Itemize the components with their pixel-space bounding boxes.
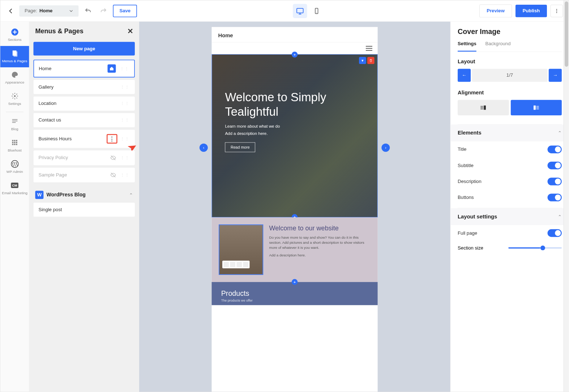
blog-icon — [11, 118, 18, 125]
svg-rect-15 — [16, 140, 17, 141]
viewport-switcher — [293, 4, 324, 18]
elements-section-header[interactable]: Elements ⌃ — [450, 124, 569, 141]
drag-handle-icon[interactable]: ⋮⋮ — [120, 136, 130, 141]
drag-handle-icon[interactable]: ⋮⋮ — [120, 172, 130, 177]
sidebar-item-email-marketing[interactable]: CM Email Marketing — [0, 178, 29, 199]
layout-next-button[interactable]: → — [549, 69, 562, 82]
window-scrollbar[interactable] — [564, 0, 569, 392]
trash-icon — [369, 59, 373, 62]
eye-off-icon[interactable] — [110, 155, 116, 161]
drag-handle-icon[interactable]: ⋮⋮ — [120, 101, 130, 106]
welcome-title[interactable]: Welcome to our website — [269, 225, 371, 232]
align-left-icon — [533, 105, 539, 110]
preview-device: Home + ▾ Welcome to Simply Tealightful L… — [211, 27, 377, 392]
products-section[interactable]: + Products The products we offer — [211, 282, 377, 305]
section-delete-button[interactable] — [367, 57, 375, 64]
buttons-toggle[interactable] — [548, 193, 562, 201]
next-layout-button[interactable]: › — [381, 144, 390, 152]
welcome-section[interactable]: Welcome to our website Do you have more … — [211, 217, 377, 282]
products-title[interactable]: Products — [221, 289, 368, 298]
drag-handle-icon[interactable]: ⋮⋮ — [120, 118, 130, 123]
left-icon-bar: Sections Menus & Pages Appearance Settin… — [0, 22, 29, 392]
redo-icon — [100, 7, 107, 14]
sidebar-item-menus-pages[interactable]: Menus & Pages — [0, 46, 29, 67]
mobile-icon — [313, 8, 320, 14]
canvas: Home + ▾ Welcome to Simply Tealightful L… — [139, 22, 450, 392]
preview-button[interactable]: Preview — [479, 4, 512, 17]
page-row-single-post[interactable]: Single post — [34, 203, 135, 217]
layout-counter: 1/7 — [472, 69, 547, 82]
sidebar-item-settings[interactable]: Settings — [0, 89, 29, 110]
panel-tabs: Settings Background — [458, 41, 562, 52]
svg-point-3 — [556, 9, 557, 9]
desktop-viewport-button[interactable] — [293, 4, 307, 18]
page-row-location[interactable]: Location ⋮⋮ — [34, 97, 135, 111]
add-section-button[interactable]: + — [292, 279, 298, 285]
add-section-top-button[interactable]: + — [292, 52, 298, 57]
svg-rect-28 — [536, 106, 539, 106]
section-move-button[interactable]: ▾ — [359, 57, 366, 64]
drag-handle-icon[interactable]: ⋮⋮ — [120, 85, 130, 89]
wordpress-blog-section[interactable]: W WordPress Blog ⌃ — [34, 187, 135, 203]
mobile-viewport-button[interactable] — [309, 4, 324, 18]
layout-prev-button[interactable]: ← — [458, 69, 471, 82]
undo-button[interactable] — [82, 5, 94, 17]
section-size-slider[interactable] — [508, 247, 562, 248]
welcome-desc[interactable]: Add a description here. — [269, 253, 371, 258]
undo-icon — [85, 7, 92, 14]
svg-rect-21 — [16, 144, 17, 145]
image-toolbar[interactable] — [222, 261, 249, 268]
welcome-body[interactable]: Do you have more to say and show? You ca… — [269, 235, 371, 250]
drag-handle-icon[interactable]: ⋮⋮ — [120, 66, 129, 71]
page-row-sample[interactable]: Sample Page ⋮⋮ — [34, 167, 135, 182]
sidebar-item-wp-admin[interactable]: WP Admin — [0, 157, 29, 178]
hero-subtitle[interactable]: Learn more about what we do — [225, 124, 364, 129]
page-selector-label: Page: — [25, 8, 37, 14]
hero-readmore-button[interactable]: Read more — [225, 142, 255, 152]
page-row-privacy[interactable]: Privacy Policy ⋮⋮ — [34, 150, 135, 165]
drag-handle-icon[interactable]: ⋮⋮ — [120, 155, 130, 160]
sidebar-item-appearance[interactable]: Appearance — [0, 67, 29, 89]
align-left-button[interactable] — [510, 100, 561, 115]
publish-button[interactable]: Publish — [515, 5, 547, 17]
title-toggle[interactable] — [548, 146, 562, 153]
toggle-row-title: Title — [458, 141, 562, 157]
more-menu-button[interactable] — [551, 5, 563, 17]
page-row-business-hours[interactable]: Business Hours ⋮ ⋮⋮ ➤ — [34, 129, 135, 148]
page-options-button[interactable]: ⋮ — [107, 134, 117, 144]
close-panel-button[interactable]: ✕ — [127, 27, 133, 35]
cover-image-section[interactable]: + ▾ Welcome to Simply Tealightful Learn … — [211, 54, 377, 217]
new-page-button[interactable]: New page — [34, 42, 135, 56]
hero-description[interactable]: Add a description here. — [225, 131, 364, 136]
chevron-up-icon: ⌃ — [558, 214, 562, 220]
sidebar-item-blog[interactable]: Blog — [0, 114, 29, 135]
topbar: Page: Home Save Preview Publish — [0, 0, 569, 22]
hero-title[interactable]: Welcome to Simply Tealightful — [225, 90, 364, 119]
redo-button[interactable] — [98, 5, 110, 17]
palette-icon — [11, 71, 18, 78]
desktop-icon — [296, 7, 304, 14]
arrow-left-icon — [8, 8, 14, 14]
description-toggle[interactable] — [548, 178, 562, 185]
svg-rect-29 — [536, 107, 539, 108]
page-row-contact[interactable]: Contact us ⋮⋮ — [34, 113, 135, 127]
page-selector[interactable]: Page: Home — [19, 5, 78, 16]
eye-off-icon[interactable] — [110, 172, 116, 178]
products-subtitle[interactable]: The products we offer — [221, 299, 368, 302]
subtitle-toggle[interactable] — [548, 162, 562, 169]
sidebar-item-sections[interactable]: Sections — [0, 25, 29, 46]
save-button[interactable]: Save — [113, 5, 137, 17]
svg-rect-27 — [534, 106, 536, 110]
page-row-home[interactable]: Home ⋮⋮ — [34, 60, 135, 77]
welcome-image[interactable] — [219, 225, 263, 275]
layout-settings-header[interactable]: Layout settings ⌃ — [450, 208, 569, 225]
hamburger-icon[interactable] — [366, 46, 372, 51]
tab-settings[interactable]: Settings — [458, 41, 476, 52]
tab-background[interactable]: Background — [485, 41, 510, 52]
back-button[interactable] — [6, 6, 16, 16]
prev-layout-button[interactable]: ‹ — [200, 144, 208, 152]
align-right-button[interactable] — [458, 100, 509, 115]
page-row-gallery[interactable]: Gallery ⋮⋮ — [34, 80, 135, 94]
sidebar-item-bluehost[interactable]: Bluehost — [0, 135, 29, 157]
fullpage-toggle[interactable] — [548, 229, 562, 237]
